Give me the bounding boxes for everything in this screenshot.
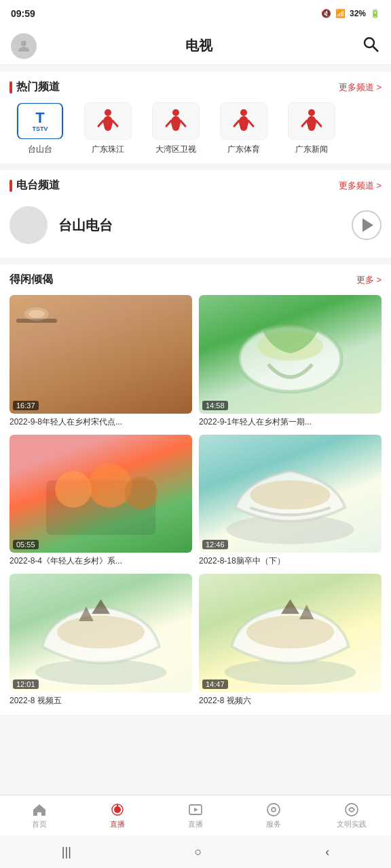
video-title-3: 2022-8-4《年轻人在乡村》系... bbox=[10, 555, 192, 567]
battery-text: 32% bbox=[350, 9, 366, 18]
svg-point-17 bbox=[29, 310, 45, 318]
svg-point-38 bbox=[267, 804, 280, 816]
live-icon bbox=[109, 802, 126, 818]
video-thumb-5: 12:01 bbox=[10, 574, 192, 692]
sport-logo bbox=[220, 102, 267, 140]
system-nav-bar: ||| ○ ‹ bbox=[0, 835, 391, 868]
svg-line-13 bbox=[302, 121, 307, 126]
video-title-6: 2022-8 视频六 bbox=[199, 695, 381, 707]
video-title-5: 2022-8 视频五 bbox=[10, 695, 192, 707]
back-button[interactable]: ‹ bbox=[325, 845, 329, 859]
status-time: 09:59 bbox=[11, 8, 35, 19]
video-item-2[interactable]: 14:58 2022-9-1年轻人在乡村第一期... bbox=[199, 295, 381, 428]
radio-more[interactable]: 更多频道 > bbox=[339, 180, 381, 192]
videos-more[interactable]: 更多 > bbox=[356, 274, 381, 286]
svg-point-0 bbox=[21, 41, 26, 46]
svg-line-14 bbox=[316, 121, 321, 126]
video-item-5[interactable]: 12:01 2022-8 视频五 bbox=[10, 574, 192, 707]
radio-avatar bbox=[10, 206, 48, 244]
channel-item-tstv[interactable]: T TSTV 台山台 bbox=[10, 102, 71, 155]
channel-name-dawan: 大湾区卫视 bbox=[155, 144, 196, 155]
bottom-nav: 首页 直播 直播 服务 文明实践 bbox=[0, 795, 391, 835]
pearl-logo bbox=[84, 102, 132, 140]
svg-point-40 bbox=[346, 804, 358, 816]
culture-icon bbox=[343, 802, 360, 818]
nav-label-service: 服务 bbox=[266, 819, 281, 829]
channel-name-tstv: 台山台 bbox=[28, 144, 52, 155]
service-icon bbox=[265, 802, 282, 818]
battery-icon: 🔋 bbox=[370, 9, 380, 18]
video-thumb-4: 12:46 bbox=[199, 435, 381, 553]
nav-item-stream[interactable]: 直播 bbox=[156, 802, 234, 829]
status-bar: 09:59 🔇 📶 32% 🔋 bbox=[0, 0, 391, 27]
video-item-4[interactable]: 12:46 2022-8-18脑卒中（下） bbox=[199, 435, 381, 568]
radio-header: 电台频道 更多频道 > bbox=[10, 178, 381, 193]
video-duration-2: 14:58 bbox=[202, 401, 228, 410]
svg-line-8 bbox=[181, 121, 185, 126]
video-title-2: 2022-9-1年轻人在乡村第一期... bbox=[199, 416, 381, 428]
thumb-image-2 bbox=[199, 295, 381, 414]
radio-section: 电台频道 更多频道 > 台山电台 bbox=[0, 170, 391, 258]
thumb-image-3 bbox=[10, 435, 192, 553]
video-grid: 16:37 2022-9-8年轻人在乡村宋代点... 14: bbox=[10, 295, 381, 707]
nav-item-service[interactable]: 服务 bbox=[235, 802, 313, 829]
svg-point-22 bbox=[88, 464, 132, 508]
svg-point-6 bbox=[172, 109, 179, 116]
wifi-icon: 📶 bbox=[335, 9, 346, 18]
channel-item-news[interactable]: 广东新闻 bbox=[281, 102, 342, 155]
home-button[interactable]: ○ bbox=[195, 845, 202, 859]
svg-point-12 bbox=[308, 109, 315, 116]
radio-station-name: 台山电台 bbox=[58, 216, 341, 235]
avatar[interactable] bbox=[11, 33, 37, 59]
video-thumb-1: 16:37 bbox=[10, 295, 192, 414]
svg-line-4 bbox=[98, 121, 103, 126]
video-item-1[interactable]: 16:37 2022-9-8年轻人在乡村宋代点... bbox=[10, 295, 192, 428]
hot-channels-header: 热门频道 更多频道 > bbox=[10, 80, 381, 94]
search-button[interactable] bbox=[361, 35, 380, 58]
svg-point-9 bbox=[240, 109, 247, 116]
status-right: 🔇 📶 32% 🔋 bbox=[321, 9, 380, 18]
svg-point-39 bbox=[272, 808, 276, 812]
svg-point-21 bbox=[55, 471, 92, 507]
channel-name-gz-news: 广东新闻 bbox=[295, 144, 328, 155]
video-duration-5: 12:01 bbox=[13, 679, 39, 689]
videos-title: 得闲倾偈 bbox=[10, 273, 53, 287]
thumb-image-4 bbox=[199, 435, 381, 553]
mute-icon: 🔇 bbox=[321, 9, 331, 18]
svg-line-2 bbox=[373, 46, 379, 52]
channel-item-pearl[interactable]: 广东珠江 bbox=[77, 102, 138, 155]
nav-label-culture: 文明实践 bbox=[337, 819, 367, 829]
nav-item-culture[interactable]: 文明实践 bbox=[313, 802, 391, 829]
nav-item-home[interactable]: 首页 bbox=[0, 802, 78, 829]
svg-point-25 bbox=[250, 480, 330, 509]
stream-icon bbox=[187, 802, 204, 818]
recent-apps-button[interactable]: ||| bbox=[62, 845, 71, 859]
video-item-3[interactable]: 05:55 2022-8-4《年轻人在乡村》系... bbox=[10, 435, 192, 568]
play-button[interactable] bbox=[352, 210, 381, 240]
channel-item-sport[interactable]: 广东体育 bbox=[213, 102, 274, 155]
radio-title-bar bbox=[10, 180, 12, 192]
video-duration-4: 12:46 bbox=[202, 540, 228, 549]
video-thumb-2: 14:58 bbox=[199, 295, 381, 414]
video-thumb-6: 14:47 bbox=[199, 574, 381, 692]
svg-point-27 bbox=[57, 616, 145, 648]
radio-station-row[interactable]: 台山电台 bbox=[10, 201, 381, 250]
hot-channels-title: 热门频道 bbox=[10, 80, 60, 94]
video-item-6[interactable]: 14:47 2022-8 视频六 bbox=[199, 574, 381, 707]
nav-label-stream: 直播 bbox=[188, 819, 203, 829]
channel-name-pearl: 广东珠江 bbox=[92, 144, 124, 155]
tstv-logo: T TSTV bbox=[16, 102, 64, 140]
video-title-1: 2022-9-8年轻人在乡村宋代点... bbox=[10, 416, 192, 428]
nav-item-live[interactable]: 直播 bbox=[78, 802, 156, 829]
hot-channels-more[interactable]: 更多频道 > bbox=[339, 81, 381, 94]
channel-grid: T TSTV 台山台 广东珠江 bbox=[10, 102, 381, 155]
video-title-4: 2022-8-18脑卒中（下） bbox=[199, 555, 381, 567]
hot-channels-section: 热门频道 更多频道 > T TSTV 台山台 bbox=[0, 72, 391, 163]
news-logo bbox=[288, 102, 335, 140]
nav-label-home: 首页 bbox=[32, 819, 47, 829]
svg-line-7 bbox=[166, 121, 171, 126]
channel-item-dawan[interactable]: 大湾区卫视 bbox=[145, 102, 206, 155]
svg-point-31 bbox=[246, 616, 334, 648]
videos-section: 得闲倾偈 更多 > 16:37 2022-9-8年轻人在乡村宋代点... bbox=[0, 264, 391, 715]
videos-header: 得闲倾偈 更多 > bbox=[10, 273, 381, 287]
